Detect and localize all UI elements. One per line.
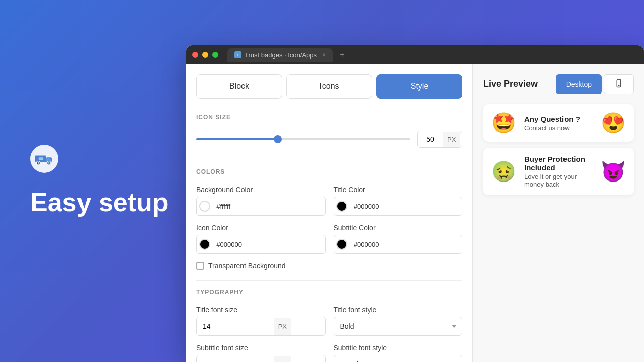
icon-size-row: PX [196,131,462,148]
tab-icons[interactable]: Icons [286,74,372,99]
subtitle-swatch-circle [336,239,347,250]
preview-emoji-right-question: 😍 [601,111,626,135]
icon-swatch-circle [199,239,210,250]
preview-item-text-buyer: Buyer Protection Included Love it or get… [524,155,593,188]
preview-header: Live Preview Desktop [483,74,634,94]
preview-item-title-question: Any Question ? [524,115,593,123]
background-swatch-circle [199,201,210,212]
svg-point-8 [618,85,619,86]
browser-window: T Trust badges · Icon/Apps × + Block Ico… [186,45,644,362]
subtitle-color-input-row [334,235,463,254]
tab-favicon: T [234,51,242,58]
divider-1 [196,160,462,160]
preview-item-title-buyer: Buyer Protection Included [524,155,593,172]
preview-title: Live Preview [483,79,538,89]
background-color-field: Background Color [196,186,326,216]
preview-emoji-right-buyer: 😈 [601,160,626,184]
title-font-size-unit: PX [274,318,291,335]
title-font-size-input-row: PX [196,317,326,336]
subtitle-font-style-select[interactable]: Regular Bold Italic [334,355,463,362]
divider-2 [196,280,462,281]
background-color-value[interactable] [212,199,325,214]
tab-label: Trust badges · Icon/Apps [245,51,317,59]
title-font-style-label: Title font style [334,306,463,314]
title-font-size-field: Title font size PX [196,306,326,336]
subtitle-font-size-input-row: PX [196,355,326,362]
browser-tab[interactable]: T Trust badges · Icon/Apps × [227,48,333,62]
typography-grid: Title font size PX Title font style Bold… [196,306,462,362]
slider-track [196,138,410,140]
preview-desktop-tab[interactable]: Desktop [556,74,602,94]
truck-icon-container [30,145,58,173]
icon-color-swatch[interactable] [197,235,212,253]
preview-item-subtitle-buyer: Love it or get your money back [524,173,593,188]
browser-titlebar: T Trust badges · Icon/Apps × + [186,45,644,64]
subtitle-font-size-unit: PX [274,356,291,363]
svg-rect-6 [39,158,43,161]
svg-point-3 [37,162,39,164]
title-color-label: Title Color [334,186,463,194]
subtitle-font-style-field: Subtitle font style Regular Bold Italic [334,344,463,362]
truck-icon [35,152,54,166]
preview-emoji-left-question: 🤩 [491,111,516,135]
editor-content: ICON SIZE PX COLORS [186,99,472,362]
subtitle-font-size-input[interactable] [197,355,274,362]
icon-size-slider[interactable] [196,138,410,140]
title-font-style-field: Title font style Bold Regular Italic [334,306,463,336]
title-color-value[interactable] [350,199,462,214]
preview-mobile-tab[interactable] [604,74,634,94]
transparent-bg-checkbox[interactable] [196,262,204,270]
preview-item-buyer: 🤢 Buyer Protection Included Love it or g… [483,148,634,195]
preview-tabs: Desktop [556,74,634,94]
subtitle-font-size-field: Subtitle font size PX [196,344,326,362]
title-font-size-label: Title font size [196,306,326,314]
subtitle-color-field: Subtitle Color [334,224,463,254]
transparent-bg-row: Transparent Background [196,262,462,270]
preview-item-question: 🤩 Any Question ? Contact us now 😍 [483,104,634,142]
subtitle-color-swatch[interactable] [334,235,350,253]
left-hero-panel: Easy setup [0,0,186,362]
subtitle-font-style-label: Subtitle font style [334,344,463,352]
background-color-input-row [196,197,326,216]
preview-emoji-left-buyer: 🤢 [491,160,516,184]
title-color-swatch[interactable] [334,197,350,215]
tab-style[interactable]: Style [376,74,462,99]
colors-section-label: COLORS [196,168,462,175]
maximize-button[interactable] [212,52,218,58]
browser-content: Block Icons Style ICON SIZE P [186,64,644,362]
icon-size-unit: PX [443,132,460,147]
tab-close-icon[interactable]: × [322,51,326,58]
colors-grid: Background Color Title Color [196,186,462,254]
icon-color-input-row [196,235,326,254]
slider-thumb[interactable] [274,135,282,143]
hero-title: Easy setup [30,188,169,217]
tab-block[interactable]: Block [196,74,282,99]
subtitle-color-label: Subtitle Color [334,224,463,232]
title-swatch-circle [336,201,347,212]
slider-fill [196,138,278,140]
subtitle-font-size-label: Subtitle font size [196,344,326,352]
background-color-label: Background Color [196,186,326,194]
typography-section-label: TYPOGRAPHY [196,289,462,296]
title-font-style-select[interactable]: Bold Regular Italic [334,317,463,336]
transparent-bg-label: Transparent Background [208,262,286,270]
new-tab-button[interactable]: + [340,50,344,59]
preview-panel: Live Preview Desktop 🤩 Any Question ? [473,64,644,362]
title-font-size-input[interactable] [197,317,274,335]
icon-size-input[interactable] [418,131,443,147]
title-color-field: Title Color [334,186,463,216]
icon-color-label: Icon Color [196,224,326,232]
background-color-swatch[interactable] [197,197,212,215]
close-button[interactable] [192,52,198,58]
icon-size-section-label: ICON SIZE [196,114,462,121]
svg-point-5 [48,162,50,164]
icon-color-value[interactable] [212,237,325,252]
preview-item-subtitle-question: Contact us now [524,124,593,132]
icon-size-input-group: PX [417,131,462,148]
subtitle-color-value[interactable] [350,237,462,252]
minimize-button[interactable] [202,52,208,58]
icon-color-field: Icon Color [196,224,326,254]
editor-panel: Block Icons Style ICON SIZE P [186,64,473,362]
title-color-input-row [334,197,463,216]
preview-item-text-question: Any Question ? Contact us now [524,115,593,132]
